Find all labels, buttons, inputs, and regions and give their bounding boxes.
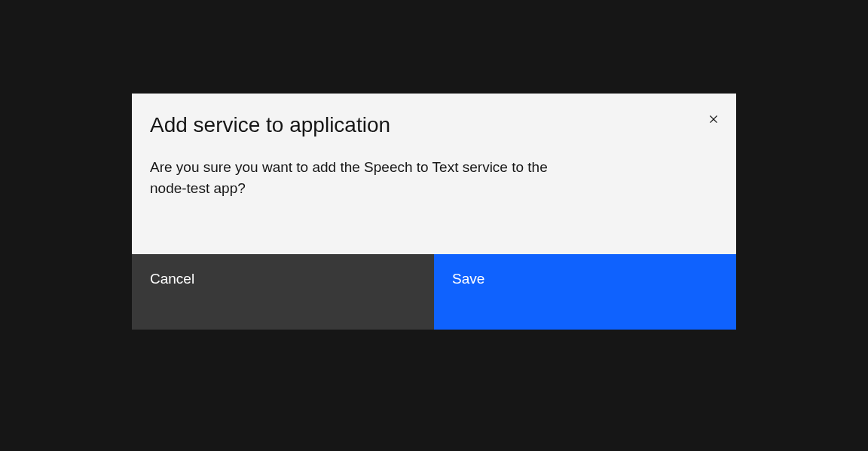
close-button[interactable] [703,109,724,130]
close-icon [706,112,721,127]
modal-description: Are you sure you want to add the Speech … [150,157,579,200]
cancel-button-label: Cancel [150,271,194,287]
modal-title: Add service to application [150,112,390,139]
cancel-button[interactable]: Cancel [132,254,434,330]
save-button[interactable]: Save [434,254,736,330]
modal-body: Are you sure you want to add the Speech … [132,139,736,254]
confirmation-modal: Add service to application Are you sure … [132,94,736,330]
svg-marker-0 [710,115,717,123]
save-button-label: Save [452,271,484,287]
modal-header: Add service to application [132,94,736,139]
modal-footer: Cancel Save [132,254,736,330]
